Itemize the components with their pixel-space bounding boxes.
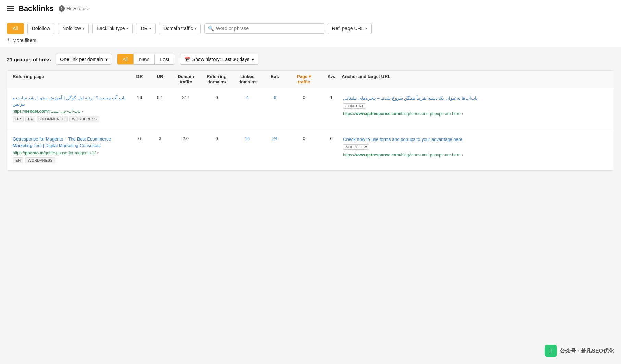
filter-bar: All Dofollow Nofollow ▾ Backlink type ▾ … [0, 17, 621, 47]
plus-icon: + [7, 37, 11, 44]
td-referring-domains-1: 0 [201, 94, 232, 101]
th-referring-page: Referring page [13, 74, 129, 84]
ref-page-cell-2: Getresponse for Magento – The Best Ecomm… [13, 135, 129, 165]
ref-page-cell-1: پاپ آپ چیست؟ | رتبه اول گوگل | آموزش سئو… [13, 94, 129, 123]
filter-nofollow-button[interactable]: Nofollow ▾ [58, 23, 89, 34]
ref-page-url-arrow: ▾ [365, 27, 367, 31]
table-controls: 21 groups of links One link per domain ▾… [7, 54, 614, 65]
td-kw-2: 0 [321, 135, 342, 143]
filter-all-button[interactable]: All [7, 23, 24, 34]
history-button[interactable]: 📅 Show history: Last 30 days ▾ [180, 54, 258, 65]
filter-domain-traffic-button[interactable]: Domain traffic ▾ [159, 23, 201, 34]
url-expand-1[interactable]: ▾ [82, 109, 84, 113]
td-domain-traffic-2: 2.0 [170, 135, 201, 143]
dofollow-label: Dofollow [32, 26, 50, 31]
nofollow-label: Nofollow [62, 26, 81, 31]
domain-traffic-arrow: ▾ [195, 27, 196, 31]
backlink-type-label: Backlink type [97, 26, 125, 31]
filter-backlink-type-button[interactable]: Backlink type ▾ [92, 23, 133, 34]
anchor-url-expand-2[interactable]: ▾ [462, 153, 464, 157]
domain-traffic-label: Domain traffic [163, 26, 193, 31]
td-referring-domains-2: 0 [201, 135, 232, 143]
th-ur: UR [150, 74, 170, 84]
help-icon: ? [59, 5, 65, 12]
nofollow-arrow: ▾ [83, 27, 84, 31]
tag-fa: FA [25, 116, 35, 122]
tag-wordpress-2: WORDPRESS [25, 157, 55, 163]
tag-wordpress-1: WORDPRESS [69, 116, 99, 122]
all-new-lost-group: All New Lost [117, 54, 175, 65]
td-kw-1: 1 [321, 94, 342, 101]
search-icon: 🔍 [208, 26, 214, 31]
th-domain-traffic: Domaintraffic [170, 74, 201, 84]
dr-arrow: ▾ [149, 27, 151, 31]
btn-new[interactable]: New [134, 54, 155, 64]
td-page-traffic-1: 0 [287, 94, 321, 101]
main-content: 21 groups of links One link per domain ▾… [0, 47, 621, 178]
one-link-per-domain-button[interactable]: One link per domain ▾ [56, 54, 112, 65]
table-row: پاپ آپ چیست؟ | رتبه اول گوگل | آموزش سئو… [7, 88, 614, 129]
table-header: Referring page DR UR Domaintraffic Refer… [7, 71, 614, 88]
hamburger-menu[interactable] [7, 6, 14, 11]
td-dr-2: 6 [129, 135, 150, 143]
filter-row: All Dofollow Nofollow ▾ Backlink type ▾ … [7, 23, 614, 34]
badge-nofollow: NOFOLLOW [343, 144, 369, 150]
th-ext: Ext. [263, 74, 287, 84]
search-input[interactable] [216, 26, 320, 31]
btn-all[interactable]: All [117, 54, 134, 64]
td-domain-traffic-1: 247 [170, 94, 201, 101]
anchor-text-2: Check how to use forms and popups to you… [343, 136, 607, 143]
help-link[interactable]: ? How to use [59, 5, 90, 12]
ref-page-url-label: Ref. page URL [332, 26, 364, 31]
td-ur-2: 3 [150, 135, 170, 143]
app-header: Backlinks ? How to use [0, 0, 621, 17]
td-dr-1: 19 [129, 94, 150, 101]
groups-label: 21 groups of links [7, 57, 51, 62]
history-arrow: ▾ [252, 57, 254, 62]
anchor-cell-2: Check how to use forms and popups to you… [342, 135, 608, 159]
th-anchor-url: Anchor and target URL [342, 74, 608, 84]
backlink-type-arrow: ▾ [126, 27, 128, 31]
tag-row-2: EN WORDPRESS [13, 157, 128, 163]
dr-label: DR [141, 26, 147, 31]
btn-lost[interactable]: Lost [155, 54, 174, 64]
filter-dofollow-button[interactable]: Dofollow [27, 23, 55, 34]
td-ext-1[interactable]: 6 [263, 94, 287, 101]
th-kw: Kw. [321, 74, 342, 84]
th-page-traffic[interactable]: Page ▾traffic [287, 74, 321, 84]
more-filters-label: More filters [13, 38, 36, 43]
filter-dr-button[interactable]: DR ▾ [136, 23, 155, 34]
filter-ref-page-url-button[interactable]: Ref. page URL ▾ [328, 23, 372, 34]
td-ext-2[interactable]: 24 [263, 135, 287, 143]
ref-page-title-2[interactable]: Getresponse for Magento – The Best Ecomm… [13, 136, 128, 148]
history-label: Show history: Last 30 days [192, 57, 249, 62]
td-linked-domains-2[interactable]: 16 [232, 135, 263, 143]
page-title: Backlinks [19, 4, 54, 13]
backlinks-table: Referring page DR UR Domaintraffic Refer… [7, 70, 614, 171]
url-expand-2[interactable]: ▾ [97, 151, 99, 155]
search-container: 🔍 [204, 23, 324, 34]
anchor-text-1: پاپ‌آپ‌ها به‌عنوان یک دسته تقریباً همگن … [343, 95, 607, 102]
table-row: Getresponse for Magento – The Best Ecomm… [7, 129, 614, 170]
anchor-url-2[interactable]: https://www.getresponse.com/blog/forms-a… [343, 153, 460, 157]
tag-en: EN [13, 157, 23, 163]
ref-page-url-1: https://seodel.com/پاپ-آپ-چی [13, 109, 80, 114]
tag-ur: UR [13, 116, 24, 122]
tag-ecommerce: ECOMMERCE [37, 116, 68, 122]
one-link-arrow: ▾ [105, 57, 108, 62]
td-page-traffic-2: 0 [287, 135, 321, 143]
th-referring-domains: Referringdomains [201, 74, 232, 84]
th-dr: DR [129, 74, 150, 84]
anchor-url-expand-1[interactable]: ▾ [462, 112, 464, 116]
one-link-label: One link per domain [60, 57, 103, 62]
ref-page-url-2: https://ppcrao.in/getresponse-for-magent… [13, 150, 96, 155]
td-linked-domains-1[interactable]: 4 [232, 94, 263, 101]
anchor-cell-1: پاپ‌آپ‌ها به‌عنوان یک دسته تقریباً همگن … [342, 94, 608, 118]
calendar-icon: 📅 [184, 57, 190, 62]
ref-page-title-1[interactable]: پاپ آپ چیست؟ | رتبه اول گوگل | آموزش سئو… [13, 95, 128, 107]
anchor-url-1[interactable]: https://www.getresponse.com/blog/forms-a… [343, 111, 460, 116]
td-ur-1: 0.1 [150, 94, 170, 101]
more-filters-row[interactable]: + More filters [7, 34, 614, 44]
help-text: How to use [66, 6, 90, 11]
tag-row-1: UR FA ECOMMERCE WORDPRESS [13, 116, 128, 122]
